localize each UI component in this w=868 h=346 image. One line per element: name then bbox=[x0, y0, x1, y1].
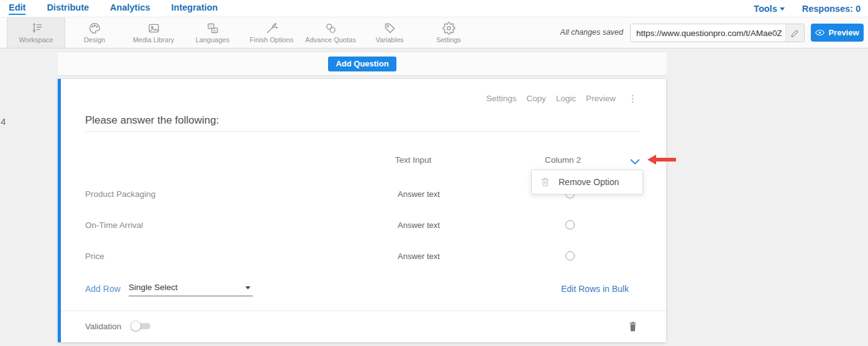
responses-count[interactable]: Responses: 0 bbox=[802, 4, 861, 14]
design-palette-icon bbox=[88, 22, 101, 35]
survey-url-box bbox=[630, 24, 805, 42]
pencil-icon bbox=[791, 29, 799, 37]
svg-text:A: A bbox=[213, 28, 216, 32]
row-type-value: Single Select bbox=[129, 283, 178, 292]
row-label[interactable]: Price bbox=[85, 252, 104, 261]
tab-distribute[interactable]: Distribute bbox=[47, 2, 89, 15]
eye-icon bbox=[815, 29, 825, 36]
delete-question-button[interactable] bbox=[628, 321, 637, 334]
row-type-select[interactable]: Single Select bbox=[129, 280, 253, 296]
validation-label: Validation bbox=[85, 322, 121, 331]
tab-edit[interactable]: Edit bbox=[9, 2, 25, 15]
add-question-button[interactable]: Add Question bbox=[328, 57, 396, 71]
edit-rows-in-bulk-button[interactable]: Edit Rows in Bulk bbox=[561, 284, 629, 294]
toolbar-label: Settings bbox=[436, 36, 461, 43]
column2-header[interactable]: Column 2 bbox=[545, 155, 581, 165]
row-label[interactable]: On-Time Arrival bbox=[85, 221, 143, 230]
answer-text-field[interactable]: Answer text bbox=[398, 252, 440, 261]
preview-button[interactable]: Preview bbox=[811, 24, 864, 42]
question-card: Settings Copy Logic Preview ⋮ Please ans… bbox=[58, 79, 666, 342]
toolbar-label: Workspace bbox=[19, 36, 53, 43]
add-question-strip: Add Question bbox=[58, 52, 667, 76]
toolbar-label: Advance Quotas bbox=[305, 36, 355, 43]
questionpro-edit-screen: Edit Distribute Analytics Integration To… bbox=[0, 0, 868, 346]
annotation-arrow-icon bbox=[647, 155, 676, 165]
column-options-menu: Remove Option bbox=[531, 170, 643, 194]
toolbar-label: Media Library bbox=[133, 36, 175, 43]
toolbar-label: Design bbox=[84, 36, 105, 43]
question-logic-link[interactable]: Logic bbox=[556, 94, 576, 103]
vertical-dots-icon[interactable]: ⋮ bbox=[626, 94, 640, 103]
settings-gear-icon bbox=[442, 22, 455, 35]
workspace-icon bbox=[30, 22, 43, 35]
variables-tag-icon bbox=[383, 22, 396, 35]
toolbar-label: Languages bbox=[196, 36, 229, 43]
question-settings-link[interactable]: Settings bbox=[486, 94, 516, 103]
radio-button[interactable] bbox=[565, 221, 575, 230]
trash-icon bbox=[628, 321, 637, 332]
media-library-icon bbox=[147, 22, 160, 35]
survey-url-input[interactable] bbox=[631, 24, 785, 42]
toolbar-item-workspace[interactable]: Workspace bbox=[7, 17, 65, 48]
edit-url-button[interactable] bbox=[785, 24, 804, 42]
finish-options-wand-icon bbox=[265, 22, 278, 35]
chevron-down-icon bbox=[630, 158, 640, 165]
tools-menu[interactable]: Tools bbox=[754, 4, 785, 14]
advance-quotas-links-icon bbox=[324, 22, 337, 35]
validation-toggle[interactable] bbox=[130, 322, 152, 330]
radio-button[interactable] bbox=[565, 252, 575, 261]
answer-text-field[interactable]: Answer text bbox=[398, 189, 440, 199]
toolbar-item-variables[interactable]: Variables bbox=[360, 17, 419, 48]
save-status: All changes saved bbox=[560, 28, 623, 37]
toolbar-item-advance-quotas[interactable]: Advance Quotas bbox=[301, 17, 360, 48]
add-row-button[interactable]: Add Row bbox=[85, 284, 121, 294]
nav-tabs: Edit Distribute Analytics Integration bbox=[0, 2, 217, 15]
toolbar-item-media-library[interactable]: Media Library bbox=[124, 17, 183, 48]
arrow-tail bbox=[656, 158, 676, 162]
toolbar-label: Finish Options bbox=[250, 36, 293, 43]
toggle-knob bbox=[130, 321, 141, 331]
question-preview-link[interactable]: Preview bbox=[586, 94, 616, 103]
toolbar-item-design[interactable]: Design bbox=[65, 17, 124, 48]
menu-item-remove-option[interactable]: Remove Option bbox=[559, 177, 619, 187]
survey-toolbar: Workspace Design Media Library xA Langua… bbox=[0, 17, 868, 48]
question-number: 4 bbox=[1, 116, 6, 127]
tab-integration[interactable]: Integration bbox=[171, 2, 218, 15]
question-copy-link[interactable]: Copy bbox=[526, 94, 546, 103]
column1-header[interactable]: Text Input bbox=[395, 155, 432, 165]
preview-label: Preview bbox=[828, 28, 859, 37]
trash-icon bbox=[541, 177, 550, 187]
select-arrow-icon bbox=[245, 286, 250, 289]
top-nav: Edit Distribute Analytics Integration To… bbox=[0, 0, 868, 17]
question-active-bar bbox=[58, 79, 61, 342]
arrow-head bbox=[647, 155, 656, 165]
toolbar-item-finish-options[interactable]: Finish Options bbox=[242, 17, 301, 48]
column2-menu-toggle[interactable] bbox=[630, 157, 640, 168]
svg-text:x: x bbox=[209, 24, 211, 28]
toolbar-item-settings[interactable]: Settings bbox=[419, 17, 478, 48]
title-underline bbox=[85, 131, 640, 132]
toolbar-item-languages[interactable]: xA Languages bbox=[183, 17, 242, 48]
languages-icon: xA bbox=[206, 22, 219, 35]
validation-divider bbox=[61, 311, 666, 311]
tab-analytics[interactable]: Analytics bbox=[110, 2, 150, 15]
row-label[interactable]: Product Packaging bbox=[85, 189, 155, 199]
question-actions: Settings Copy Logic Preview ⋮ bbox=[486, 94, 640, 103]
nav-right: Tools Responses: 0 bbox=[754, 4, 868, 14]
answer-text-field[interactable]: Answer text bbox=[398, 221, 440, 230]
caret-down-icon bbox=[780, 7, 785, 11]
toolbar-label: Variables bbox=[375, 36, 403, 43]
question-title[interactable]: Please answer the following: bbox=[85, 114, 219, 127]
